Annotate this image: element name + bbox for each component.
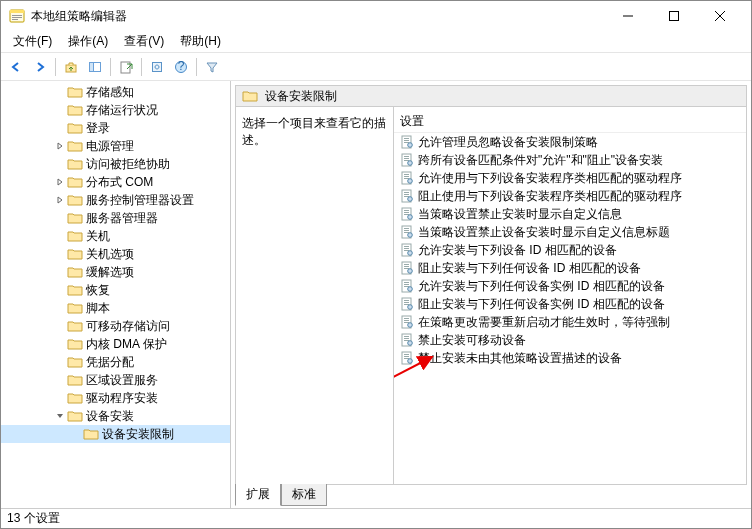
policy-icon: [400, 243, 414, 257]
setting-item[interactable]: 当策略设置禁止设备安装时显示自定义信息标题: [394, 223, 746, 241]
setting-item[interactable]: 跨所有设备匹配条件对"允许"和"阻止"设备安装: [394, 151, 746, 169]
chevron-right-icon[interactable]: [53, 178, 67, 186]
menu-file[interactable]: 文件(F): [5, 31, 60, 52]
folder-icon: [67, 373, 83, 387]
minimize-button[interactable]: [605, 1, 651, 31]
svg-rect-67: [404, 318, 409, 319]
toolbar-separator: [141, 58, 142, 76]
setting-item[interactable]: 在策略更改需要重新启动才能生效时，等待强制: [394, 313, 746, 331]
setting-item[interactable]: 阻止安装与下列任何设备 ID 相匹配的设备: [394, 259, 746, 277]
setting-label: 阻止安装与下列任何设备 ID 相匹配的设备: [418, 260, 641, 277]
setting-item[interactable]: 允许安装与下列设备 ID 相匹配的设备: [394, 241, 746, 259]
svg-point-40: [408, 215, 413, 220]
filter-button[interactable]: [201, 56, 223, 78]
toolbar-separator: [196, 58, 197, 76]
policy-icon: [400, 207, 414, 221]
tree-item[interactable]: 凭据分配: [1, 353, 230, 371]
setting-item[interactable]: 阻止安装与下列任何设备实例 ID 相匹配的设备: [394, 295, 746, 313]
menu-view[interactable]: 查看(V): [116, 31, 172, 52]
tree-item[interactable]: 缓解选项: [1, 263, 230, 281]
tree-item[interactable]: 服务控制管理器设置: [1, 191, 230, 209]
folder-icon: [67, 283, 83, 297]
svg-rect-27: [404, 174, 409, 175]
close-button[interactable]: [697, 1, 743, 31]
tree-item[interactable]: 访问被拒绝协助: [1, 155, 230, 173]
svg-rect-17: [404, 138, 409, 139]
refresh-button[interactable]: [146, 56, 168, 78]
tree-item[interactable]: 服务器管理器: [1, 209, 230, 227]
policy-icon: [400, 333, 414, 347]
svg-rect-32: [404, 192, 409, 193]
svg-rect-23: [404, 158, 409, 159]
folder-icon: [67, 85, 83, 99]
folder-icon: [67, 301, 83, 315]
folder-icon: [67, 247, 83, 261]
svg-point-35: [408, 197, 413, 202]
chevron-right-icon[interactable]: [53, 196, 67, 204]
tree-item[interactable]: 电源管理: [1, 137, 230, 155]
folder-icon: [67, 265, 83, 279]
svg-rect-28: [404, 176, 409, 177]
setting-item[interactable]: 禁止安装可移动设备: [394, 331, 746, 349]
setting-label: 禁止安装可移动设备: [418, 332, 526, 349]
policy-icon: [400, 153, 414, 167]
svg-rect-58: [404, 284, 409, 285]
tab-extended[interactable]: 扩展: [235, 484, 281, 506]
svg-point-20: [408, 143, 413, 148]
maximize-button[interactable]: [651, 1, 697, 31]
policy-icon: [400, 351, 414, 365]
tree-item[interactable]: 存储感知: [1, 83, 230, 101]
setting-item[interactable]: 允许管理员忽略设备安装限制策略: [394, 133, 746, 151]
svg-rect-63: [404, 302, 409, 303]
folder-icon: [67, 409, 83, 423]
export-button[interactable]: [115, 56, 137, 78]
svg-point-65: [408, 305, 413, 310]
tree-item[interactable]: 脚本: [1, 299, 230, 317]
description-prompt: 选择一个项目来查看它的描述。: [242, 115, 387, 149]
setting-label: 跨所有设备匹配条件对"允许"和"阻止"设备安装: [418, 152, 663, 169]
folder-icon: [67, 121, 83, 135]
tree-item-label: 可移动存储访问: [86, 318, 170, 335]
tree-item[interactable]: 设备安装: [1, 407, 230, 425]
setting-item[interactable]: 禁止安装未由其他策略设置描述的设备: [394, 349, 746, 367]
svg-rect-48: [404, 248, 409, 249]
chevron-right-icon[interactable]: [53, 142, 67, 150]
tree-item[interactable]: 区域设置服务: [1, 371, 230, 389]
back-button[interactable]: [5, 56, 27, 78]
up-button[interactable]: [60, 56, 82, 78]
detail-pane: 设备安装限制 选择一个项目来查看它的描述。 设置 允许管理员忽略设备安装限制策略…: [231, 81, 751, 508]
menu-help[interactable]: 帮助(H): [172, 31, 229, 52]
svg-rect-78: [404, 356, 409, 357]
svg-rect-22: [404, 156, 409, 157]
tree-item[interactable]: 关机选项: [1, 245, 230, 263]
tree-item[interactable]: 存储运行状况: [1, 101, 230, 119]
settings-header[interactable]: 设置: [394, 111, 746, 133]
tree-item[interactable]: 可移动存储访问: [1, 317, 230, 335]
tree-item[interactable]: 分布式 COM: [1, 173, 230, 191]
show-hide-tree-button[interactable]: [84, 56, 106, 78]
tree-pane[interactable]: 存储感知存储运行状况登录电源管理访问被拒绝协助分布式 COM服务控制管理器设置服…: [1, 81, 231, 508]
tree-item[interactable]: 设备安装限制: [1, 425, 230, 443]
setting-item[interactable]: 允许安装与下列任何设备实例 ID 相匹配的设备: [394, 277, 746, 295]
setting-item[interactable]: 阻止使用与下列设备安装程序类相匹配的驱动程序: [394, 187, 746, 205]
menu-action[interactable]: 操作(A): [60, 31, 116, 52]
tree-item[interactable]: 驱动程序安装: [1, 389, 230, 407]
chevron-down-icon[interactable]: [53, 412, 67, 420]
tab-standard[interactable]: 标准: [281, 484, 327, 506]
tree-item[interactable]: 内核 DMA 保护: [1, 335, 230, 353]
tree-item[interactable]: 恢复: [1, 281, 230, 299]
tree-item-label: 存储感知: [86, 84, 134, 101]
svg-rect-4: [12, 19, 18, 20]
setting-item[interactable]: 当策略设置禁止安装时显示自定义信息: [394, 205, 746, 223]
statusbar: 13 个设置: [1, 508, 751, 528]
setting-item[interactable]: 允许使用与下列设备安装程序类相匹配的驱动程序: [394, 169, 746, 187]
folder-icon: [67, 103, 83, 117]
setting-label: 禁止安装未由其他策略设置描述的设备: [418, 350, 622, 367]
svg-point-70: [408, 323, 413, 328]
tree-item[interactable]: 关机: [1, 227, 230, 245]
policy-icon: [400, 315, 414, 329]
tree-item[interactable]: 登录: [1, 119, 230, 137]
help-button[interactable]: ?: [170, 56, 192, 78]
svg-point-45: [408, 233, 413, 238]
forward-button[interactable]: [29, 56, 51, 78]
